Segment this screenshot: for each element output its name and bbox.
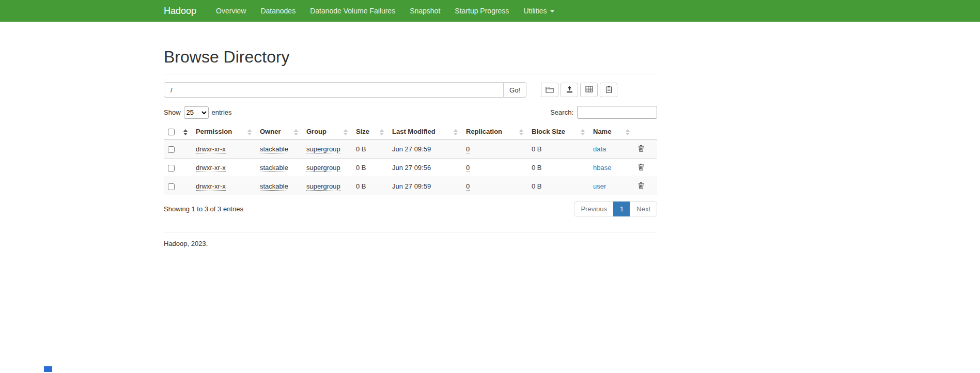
block-size-cell: 0 B xyxy=(532,145,542,153)
footer-divider xyxy=(164,232,657,232)
header-size[interactable]: Size xyxy=(352,125,388,139)
entries-label: entries xyxy=(212,108,232,116)
permission-cell[interactable]: drwxr-xr-x xyxy=(196,145,226,153)
search-control: Search: xyxy=(550,106,657,119)
screen-artifact xyxy=(44,366,52,372)
go-button[interactable]: Go! xyxy=(504,82,526,98)
explorer-toolbar xyxy=(541,83,617,97)
sort-icon xyxy=(294,129,298,135)
delete-button[interactable] xyxy=(638,145,644,153)
row-checkbox[interactable] xyxy=(168,146,175,153)
table-row: drwxr-xr-x stackable supergroup 0 B Jun … xyxy=(164,177,657,196)
block-size-cell: 0 B xyxy=(532,164,542,172)
group-cell[interactable]: supergroup xyxy=(306,145,340,153)
last-modified-cell: Jun 27 09:56 xyxy=(392,164,431,172)
directory-link[interactable]: user xyxy=(593,182,606,190)
grid-view-button[interactable] xyxy=(580,83,598,97)
table-footer: Showing 1 to 3 of 3 entries Previous 1 N… xyxy=(164,201,657,216)
delete-button[interactable] xyxy=(638,182,644,191)
path-bar: Go! xyxy=(164,82,657,98)
header-permission[interactable]: Permission xyxy=(192,125,256,139)
brand-link[interactable]: Hadoop xyxy=(164,0,196,22)
grid-icon xyxy=(585,86,593,94)
show-label: Show xyxy=(164,108,181,116)
owner-cell[interactable]: stackable xyxy=(260,145,288,153)
header-name[interactable]: Name xyxy=(589,125,634,139)
directory-path-input[interactable] xyxy=(164,82,504,98)
page-size-select[interactable]: 25 xyxy=(184,106,209,119)
table-controls: Show 25 entries Search: xyxy=(164,106,657,119)
sort-icon xyxy=(380,129,384,135)
show-entries-control: Show 25 entries xyxy=(164,106,232,119)
search-input[interactable] xyxy=(577,106,657,119)
size-cell: 0 B xyxy=(356,164,366,172)
owner-cell[interactable]: stackable xyxy=(260,164,288,172)
header-last-modified[interactable]: Last Modified xyxy=(388,125,462,139)
pagination-next[interactable]: Next xyxy=(630,201,657,216)
replication-cell[interactable]: 0 xyxy=(466,164,470,172)
row-checkbox[interactable] xyxy=(168,165,175,172)
clipboard-icon xyxy=(605,86,612,95)
header-replication[interactable]: Replication xyxy=(462,125,527,139)
header-owner[interactable]: Owner xyxy=(256,125,302,139)
pagination: Previous 1 Next xyxy=(574,201,657,216)
sort-icon xyxy=(626,129,630,135)
nav-item-datanodes[interactable]: Datanodes xyxy=(253,0,303,22)
navbar: Hadoop Overview Datanodes Datanode Volum… xyxy=(0,0,980,22)
trash-icon xyxy=(638,145,644,153)
delete-button[interactable] xyxy=(638,163,644,172)
nav-item-datanode-volume-failures[interactable]: Datanode Volume Failures xyxy=(303,0,402,22)
permission-cell[interactable]: drwxr-xr-x xyxy=(196,182,226,191)
entries-summary: Showing 1 to 3 of 3 entries xyxy=(164,205,243,213)
nav-item-startup-progress[interactable]: Startup Progress xyxy=(447,0,516,22)
size-cell: 0 B xyxy=(356,145,366,153)
group-cell[interactable]: supergroup xyxy=(306,182,340,191)
sort-icon xyxy=(581,129,585,135)
pagination-page-1[interactable]: 1 xyxy=(613,201,630,216)
table-header-row: Permission Owner Group Size Last Modifie… xyxy=(164,125,657,139)
nav-item-utilities[interactable]: Utilities xyxy=(516,0,561,22)
sort-icon xyxy=(183,129,188,135)
page-title: Browse Directory xyxy=(164,48,657,67)
header-actions xyxy=(634,125,657,139)
folder-icon xyxy=(546,86,554,95)
group-cell[interactable]: supergroup xyxy=(306,164,340,172)
upload-files-button[interactable] xyxy=(561,83,578,97)
header-block-size[interactable]: Block Size xyxy=(527,125,589,139)
select-all-checkbox[interactable] xyxy=(168,129,175,135)
nav-item-overview[interactable]: Overview xyxy=(209,0,253,22)
owner-cell[interactable]: stackable xyxy=(260,182,288,191)
replication-cell[interactable]: 0 xyxy=(466,182,470,191)
table-row: drwxr-xr-x stackable supergroup 0 B Jun … xyxy=(164,159,657,177)
row-checkbox[interactable] xyxy=(168,183,175,190)
nav-item-snapshot[interactable]: Snapshot xyxy=(402,0,447,22)
directory-link[interactable]: hbase xyxy=(593,164,611,172)
upload-icon xyxy=(566,86,573,95)
navbar-inner: Hadoop Overview Datanodes Datanode Volum… xyxy=(0,0,562,22)
sort-icon xyxy=(519,129,523,135)
directory-link[interactable]: data xyxy=(593,145,606,153)
footer-text: Hadoop, 2023. xyxy=(164,240,657,247)
header-group[interactable]: Group xyxy=(302,125,352,139)
trash-icon xyxy=(638,163,644,172)
table-row: drwxr-xr-x stackable supergroup 0 B Jun … xyxy=(164,139,657,159)
sort-icon xyxy=(247,129,252,135)
sort-icon xyxy=(454,129,458,135)
sort-icon xyxy=(344,129,348,135)
permission-cell[interactable]: drwxr-xr-x xyxy=(196,164,226,172)
header-divider xyxy=(164,74,657,74)
paste-button[interactable] xyxy=(600,83,617,97)
header-select-all[interactable] xyxy=(164,125,192,139)
block-size-cell: 0 B xyxy=(532,182,542,190)
trash-icon xyxy=(638,182,644,191)
last-modified-cell: Jun 27 09:59 xyxy=(392,145,431,153)
last-modified-cell: Jun 27 09:59 xyxy=(392,182,431,190)
size-cell: 0 B xyxy=(356,182,366,190)
utilities-label: Utilities xyxy=(523,7,547,15)
directory-table: Permission Owner Group Size Last Modifie… xyxy=(164,125,657,195)
navbar-menu: Overview Datanodes Datanode Volume Failu… xyxy=(209,0,561,22)
pagination-previous[interactable]: Previous xyxy=(574,201,614,216)
replication-cell[interactable]: 0 xyxy=(466,145,470,153)
create-directory-button[interactable] xyxy=(541,83,558,97)
path-input-group: Go! xyxy=(164,82,526,98)
